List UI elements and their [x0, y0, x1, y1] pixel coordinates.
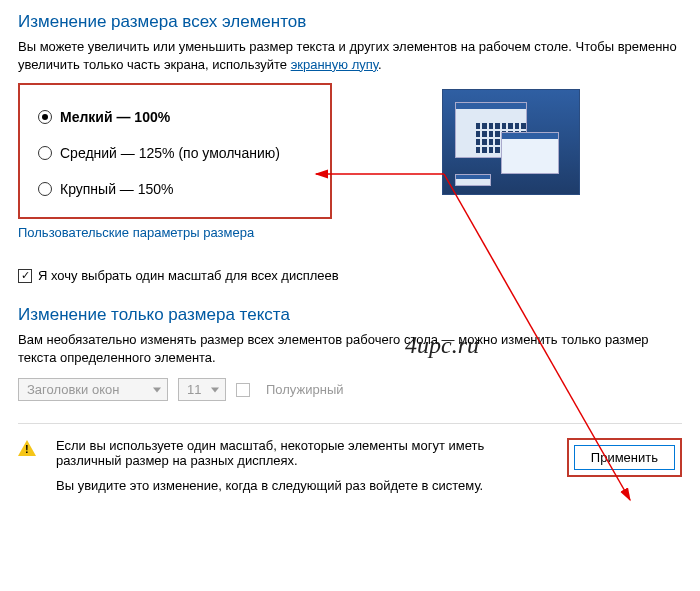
checkbox-label: Я хочу выбрать один масштаб для всех дис…: [38, 268, 339, 283]
radio-label: Крупный — 150%: [60, 181, 174, 197]
custom-size-link[interactable]: Пользовательские параметры размера: [18, 225, 254, 240]
apply-highlight-box: Применить: [567, 438, 682, 477]
annotation-arrows: [0, 0, 700, 513]
radio-medium[interactable]: Средний — 125% (по умолчанию): [38, 145, 280, 161]
warning-line-2: Вы увидите это изменение, когда в следую…: [56, 478, 547, 493]
size-options-box: Мелкий — 100% Средний — 125% (по умолчан…: [18, 83, 332, 219]
warning-text-block: Если вы используете один масштаб, некото…: [56, 438, 547, 503]
radio-icon: [38, 182, 52, 196]
checkbox-icon: [18, 269, 32, 283]
warning-line-1: Если вы используете один масштаб, некото…: [56, 438, 547, 468]
section-desc-size-all: Вы можете увеличить или уменьшить размер…: [18, 38, 682, 73]
magnifier-link[interactable]: экранную лупу: [291, 57, 378, 72]
apply-button[interactable]: Применить: [574, 445, 675, 470]
radio-icon: [38, 146, 52, 160]
warning-icon: [18, 440, 36, 456]
display-preview-image: [442, 89, 580, 195]
section-title-text-only: Изменение только размера текста: [18, 305, 682, 325]
section-desc-text-only: Вам необязательно изменять размер всех э…: [18, 331, 682, 366]
section-title-size-all: Изменение размера всех элементов: [18, 12, 682, 32]
font-size-select[interactable]: 11: [178, 378, 226, 401]
bold-label: Полужирный: [266, 382, 344, 397]
single-scale-checkbox[interactable]: Я хочу выбрать один масштаб для всех дис…: [18, 268, 682, 283]
divider: [18, 423, 682, 424]
radio-large[interactable]: Крупный — 150%: [38, 181, 280, 197]
radio-label: Средний — 125% (по умолчанию): [60, 145, 280, 161]
element-select[interactable]: Заголовки окон: [18, 378, 168, 401]
watermark-text: 4upc.ru: [405, 332, 479, 359]
radio-label: Мелкий — 100%: [60, 109, 170, 125]
radio-icon: [38, 110, 52, 124]
bold-checkbox[interactable]: [236, 383, 250, 397]
desc-period: .: [378, 57, 382, 72]
radio-small[interactable]: Мелкий — 100%: [38, 109, 280, 125]
